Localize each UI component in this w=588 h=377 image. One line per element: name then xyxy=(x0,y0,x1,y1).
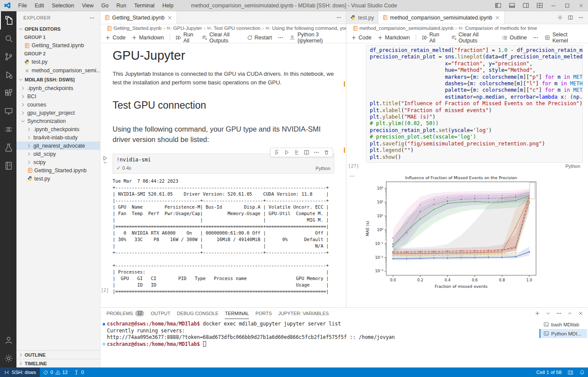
menu-edit[interactable]: Edit xyxy=(31,0,48,11)
toolbar-markdown[interactable]: Markdown xyxy=(377,35,410,41)
cell-code-input[interactable]: df_precision_retain_melted["fraction"] =… xyxy=(366,45,583,163)
open-editor-item[interactable]: test.py xyxy=(16,58,100,66)
toolbar-restart[interactable]: Restart xyxy=(247,35,272,41)
workspace-header[interactable]: MDILAB [SSH: DSWS] xyxy=(16,75,100,84)
open-editors-header[interactable]: OPEN EDITORS xyxy=(16,24,100,33)
tree-item-gpu-jupyter-project[interactable]: gpu_jupyter_project xyxy=(16,109,100,117)
activitybar-run-debug[interactable] xyxy=(0,66,16,84)
tab-method-comparision-semisimulated-ipynb[interactable]: method_comparision_semisimulated.ipynb xyxy=(378,11,505,24)
menu-help[interactable]: Help xyxy=(158,0,178,11)
toolbar-clear-all-outputs[interactable]: Clear All Outputs xyxy=(201,32,241,44)
ports-indicator[interactable]: 0 xyxy=(71,367,87,377)
activitybar-jupyter[interactable] xyxy=(0,120,16,139)
maximize-button[interactable] xyxy=(560,0,574,11)
toggle-secondary-sidebar-icon[interactable] xyxy=(519,0,533,11)
menu-go[interactable]: Go xyxy=(97,0,113,11)
command-decoration-icon[interactable] xyxy=(100,323,107,325)
close-tab-icon[interactable] xyxy=(494,15,501,21)
toolbar-more[interactable] xyxy=(278,35,284,41)
tab-test-py[interactable]: test.py xyxy=(346,11,378,24)
breadcrumb-item[interactable]: method_comparision_semisimulated.ipynb xyxy=(352,26,453,31)
tree-item-test-py[interactable]: test.py xyxy=(16,174,100,183)
new-terminal-icon[interactable] xyxy=(534,310,540,316)
close-panel-icon[interactable] xyxy=(578,310,584,316)
menu-selection[interactable]: Selection xyxy=(48,0,78,11)
panel-tab-output[interactable]: OUTPUT xyxy=(151,308,170,319)
problems-indicator[interactable]: 0 12 xyxy=(40,367,71,377)
menu-run[interactable]: Run xyxy=(113,0,130,11)
execute-above-icon[interactable] xyxy=(274,149,280,155)
toggle-panel-icon[interactable] xyxy=(505,0,519,11)
toolbar-outline[interactable]: Outline xyxy=(502,35,527,41)
panel-tab-problems[interactable]: PROBLEMS12 xyxy=(107,308,144,319)
explorer-more-actions-icon[interactable] xyxy=(89,15,95,21)
sidebar-section-timeline[interactable]: TIMELINE xyxy=(16,359,100,367)
cell-language[interactable]: Python xyxy=(316,166,330,171)
editor-actions-more-icon[interactable] xyxy=(336,15,342,20)
execute-below-icon[interactable] xyxy=(294,149,300,155)
tree-item-scipy[interactable]: scipy xyxy=(16,158,100,166)
customize-layout-icon[interactable] xyxy=(533,0,546,11)
toolbar-run-all[interactable]: Run All xyxy=(422,32,445,44)
breadcrumb-item[interactable]: M↓Using the following command, your GPU … xyxy=(265,26,346,31)
kernel-picker[interactable]: Python 3 (ipykernel) xyxy=(289,32,342,44)
cell-more-actions-icon[interactable] xyxy=(313,149,320,155)
toolbar-code[interactable]: Code xyxy=(351,35,372,41)
tree-item-synchronization[interactable]: Synchronization xyxy=(16,117,100,125)
menu-file[interactable]: File xyxy=(14,0,31,11)
tree-item-bra4vit-inlab-study[interactable]: bra4vit-inlab-study xyxy=(16,133,100,142)
activitybar-settings[interactable] xyxy=(0,349,16,367)
tree-item-bci[interactable]: BCI xyxy=(16,92,100,100)
execute-cell-icon[interactable] xyxy=(284,149,290,155)
activitybar-account[interactable] xyxy=(0,331,16,349)
toolbar-clear-all-outputs[interactable]: Clear All Outputs xyxy=(451,32,496,44)
cell-language[interactable]: Python xyxy=(565,164,580,169)
select-kernel-button[interactable]: Select Kernel xyxy=(544,32,584,44)
toolbar-more[interactable] xyxy=(533,35,539,41)
activitybar-source-control[interactable] xyxy=(0,48,16,66)
activitybar-remote-explorer[interactable] xyxy=(0,102,16,120)
cell-more-actions-icon[interactable] xyxy=(349,173,355,180)
minimize-button[interactable] xyxy=(546,0,560,11)
tree-item-old-scipy[interactable]: old_scipy xyxy=(16,150,100,158)
breadcrumb-item[interactable]: M↓GPU-Jupyter xyxy=(167,26,202,31)
tree-item-ipynb-checkpoints[interactable]: .ipynb_checkpoints xyxy=(16,84,100,92)
panel-tab-debug-console[interactable]: DEBUG CONSOLE xyxy=(177,308,219,319)
terminal-instance-python-mdi[interactable]: Python MDI... xyxy=(540,329,587,338)
command-decoration-icon[interactable] xyxy=(100,343,107,345)
open-editor-item[interactable]: Getting_Started.ipynb xyxy=(16,41,100,50)
maximize-panel-icon[interactable] xyxy=(567,310,573,316)
tree-item-git-nearest-advocate[interactable]: git_nearest_advocate xyxy=(16,142,100,150)
menu-terminal[interactable]: Terminal xyxy=(130,0,158,11)
tree-item-ipynb-checkpoints[interactable]: .ipynb_checkpoints xyxy=(16,125,100,133)
terminal-dropdown-chevron-icon[interactable] xyxy=(545,310,551,316)
notebook-settings-gear-icon[interactable] xyxy=(557,15,563,20)
panel-tab-ports[interactable]: PORTS xyxy=(255,308,272,319)
menu-view[interactable]: View xyxy=(78,0,97,11)
notifications-indicator[interactable] xyxy=(576,367,588,377)
activitybar-explorer[interactable] xyxy=(0,11,16,29)
panel-tab-terminal[interactable]: TERMINAL xyxy=(225,308,249,319)
editor-actions-more-icon[interactable] xyxy=(578,15,584,20)
tab-getting-started-ipynb[interactable]: Getting_Started.ipynb xyxy=(100,11,177,24)
run-cell-button[interactable] xyxy=(102,155,108,164)
breadcrumb-item[interactable]: M↓Comparision of methods for time xyxy=(459,26,537,31)
split-cell-icon[interactable] xyxy=(304,149,310,155)
cell-indicator[interactable]: Cell 1 of 58 xyxy=(533,367,565,377)
activitybar-search[interactable] xyxy=(0,29,16,48)
split-editor-icon[interactable] xyxy=(568,15,573,20)
breadcrumb-item[interactable]: M↓Test GPU connection xyxy=(207,26,260,31)
activitybar-extensions[interactable] xyxy=(0,84,16,102)
toolbar-run-all[interactable]: Run All xyxy=(175,32,196,44)
close-icon[interactable] xyxy=(24,68,30,74)
breadcrumb-item[interactable]: Getting_Started.ipynb xyxy=(107,26,162,31)
close-tab-icon[interactable] xyxy=(167,15,173,21)
tree-item-courses[interactable]: courses xyxy=(16,100,100,109)
tree-item-getting-started-ipynb[interactable]: Getting_Started.ipynb xyxy=(16,166,100,174)
toolbar-code[interactable]: Code xyxy=(105,35,126,41)
sidebar-section-outline[interactable]: OUTLINE xyxy=(16,350,100,359)
activitybar-notebook[interactable] xyxy=(0,157,16,175)
terminal-instance-bash-mdilab[interactable]: bash MDIlab xyxy=(540,320,587,329)
activitybar-testing[interactable] xyxy=(0,139,16,157)
panel-more-actions-icon[interactable] xyxy=(556,310,562,316)
